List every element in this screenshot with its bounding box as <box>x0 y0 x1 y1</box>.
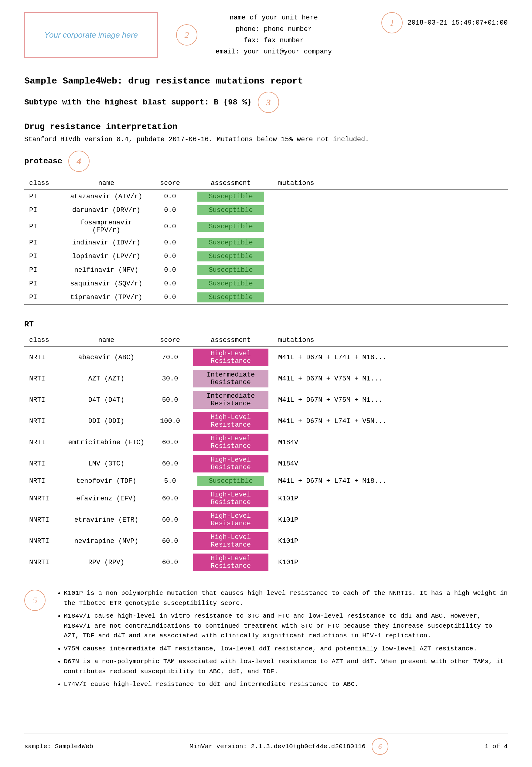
cell-mutations <box>273 277 508 291</box>
cell-class: NRTI <box>24 389 61 411</box>
cell-name: darunavir (DRV/r) <box>61 203 152 217</box>
cell-name: D4T (D4T) <box>61 389 152 411</box>
report-title: Sample Sample4Web: drug resistance mutat… <box>24 76 508 86</box>
assessment-badge: Intermediate Resistance <box>193 370 268 387</box>
protease-table-header: class name score assessment mutations <box>24 177 508 190</box>
rt-col-header-assessment: assessment <box>188 334 273 347</box>
cell-class: NRTI <box>24 453 61 474</box>
unit-fax: fax: fax number <box>216 35 332 46</box>
cell-name: AZT (AZT) <box>61 368 152 389</box>
cell-class: PI <box>24 250 61 263</box>
cell-mutations <box>273 291 508 305</box>
cell-name: tenofovir (TDF) <box>61 474 152 488</box>
cell-class: PI <box>24 190 61 204</box>
assessment-badge: High-Level Resistance <box>193 412 268 430</box>
notes-content: K101P is a non-polymorphic mutation that… <box>55 588 508 693</box>
assessment-badge: High-Level Resistance <box>193 434 268 451</box>
cell-score: 0.0 <box>152 263 188 277</box>
timestamp: 2018-03-21 15:49:07+01:00 <box>408 19 508 27</box>
cell-score: 100.0 <box>152 411 188 432</box>
rt-col-header-mutations: mutations <box>273 334 508 347</box>
cell-mutations: M41L + D67N + L74I + V5N... <box>273 411 508 432</box>
cell-mutations: K101P <box>273 509 508 530</box>
cell-score: 60.0 <box>152 552 188 573</box>
rt-col-header-class: class <box>24 334 61 347</box>
header-top-right: 1 2018-03-21 15:49:07+01:00 <box>381 12 508 33</box>
unit-name: name of your unit here <box>216 12 332 23</box>
cell-name: tipranavir (TPV/r) <box>61 291 152 305</box>
cell-class: NNRTI <box>24 530 61 552</box>
cell-score: 70.0 <box>152 347 188 368</box>
unit-info: name of your unit here phone: phone numb… <box>216 12 332 58</box>
cell-assessment: Susceptible <box>188 277 273 291</box>
assessment-badge: High-Level Resistance <box>193 455 268 472</box>
table-row: PI atazanavir (ATV/r) 0.0 Susceptible <box>24 190 508 204</box>
cell-class: NRTI <box>24 432 61 453</box>
cell-score: 0.0 <box>152 236 188 250</box>
cell-name: nevirapine (NVP) <box>61 530 152 552</box>
cell-assessment: Susceptible <box>188 474 273 488</box>
assessment-badge: Susceptible <box>197 251 264 261</box>
cell-assessment: High-Level Resistance <box>188 347 273 368</box>
col-header-mutations: mutations <box>273 177 508 190</box>
unit-phone: phone: phone number <box>216 24 332 35</box>
cell-mutations <box>273 263 508 277</box>
cell-mutations: M184V <box>273 453 508 474</box>
header-area: Your corporate image here 2 name of your… <box>24 12 508 58</box>
badge-4: 4 <box>68 151 90 172</box>
cell-name: atazanavir (ATV/r) <box>61 190 152 204</box>
cell-assessment: Susceptible <box>188 190 273 204</box>
badge-1: 1 <box>381 12 403 33</box>
cell-name: emtricitabine (FTC) <box>61 432 152 453</box>
cell-score: 30.0 <box>152 368 188 389</box>
badge-6: 6 <box>372 738 388 755</box>
cell-mutations: K101P <box>273 530 508 552</box>
cell-mutations <box>273 236 508 250</box>
cell-assessment: High-Level Resistance <box>188 488 273 509</box>
cell-class: PI <box>24 236 61 250</box>
cell-score: 60.0 <box>152 509 188 530</box>
table-row: NRTI AZT (AZT) 30.0 Intermediate Resista… <box>24 368 508 389</box>
assessment-badge: Susceptible <box>197 222 264 232</box>
unit-email: email: your unit@your company <box>216 46 332 57</box>
cell-mutations: M41L + D67N + L74I + M18... <box>273 474 508 488</box>
page: Your corporate image here 2 name of your… <box>0 0 532 767</box>
table-row: PI lopinavir (LPV/r) 0.0 Susceptible <box>24 250 508 263</box>
cell-name: lopinavir (LPV/r) <box>61 250 152 263</box>
cell-mutations: K101P <box>273 488 508 509</box>
list-item: M184V/I cause high-level in vitro resist… <box>64 611 508 641</box>
cell-score: 0.0 <box>152 250 188 263</box>
cell-assessment: Susceptible <box>188 291 273 305</box>
cell-assessment: High-Level Resistance <box>188 453 273 474</box>
cell-score: 0.0 <box>152 190 188 204</box>
assessment-badge: High-Level Resistance <box>193 532 268 550</box>
assessment-badge: Susceptible <box>197 238 264 248</box>
cell-score: 0.0 <box>152 203 188 217</box>
cell-name: DDI (DDI) <box>61 411 152 432</box>
assessment-badge: High-Level Resistance <box>193 349 268 366</box>
cell-assessment: Intermediate Resistance <box>188 368 273 389</box>
cell-mutations: M184V <box>273 432 508 453</box>
assessment-badge: High-Level Resistance <box>193 554 268 571</box>
cell-score: 50.0 <box>152 389 188 411</box>
cell-mutations: M41L + D67N + V75M + M1... <box>273 389 508 411</box>
corporate-image-box: Your corporate image here <box>24 12 158 58</box>
protease-table: class name score assessment mutations PI… <box>24 177 508 305</box>
assessment-badge: Susceptible <box>197 279 264 289</box>
col-header-assessment: assessment <box>188 177 273 190</box>
cell-score: 0.0 <box>152 217 188 236</box>
footer-version: MinVar version: 2.1.3.dev10+gb0cf44e.d20… <box>189 743 366 750</box>
cell-assessment: Susceptible <box>188 203 273 217</box>
notes-list: K101P is a non-polymorphic mutation that… <box>55 588 508 690</box>
list-item: L74V/I cause high-level resistance to dd… <box>64 680 508 690</box>
table-row: PI indinavir (IDV/r) 0.0 Susceptible <box>24 236 508 250</box>
rt-col-header-score: score <box>152 334 188 347</box>
cell-score: 60.0 <box>152 453 188 474</box>
table-row: NRTI tenofovir (TDF) 5.0 Susceptible M41… <box>24 474 508 488</box>
cell-class: PI <box>24 203 61 217</box>
list-item: V75M causes intermediate d4T resistance,… <box>64 644 508 654</box>
list-item: D67N is a non-polymorphic TAM associated… <box>64 657 508 677</box>
footer: sample: Sample4Web MinVar version: 2.1.3… <box>24 734 508 755</box>
cell-mutations <box>273 250 508 263</box>
cell-name: saquinavir (SQV/r) <box>61 277 152 291</box>
